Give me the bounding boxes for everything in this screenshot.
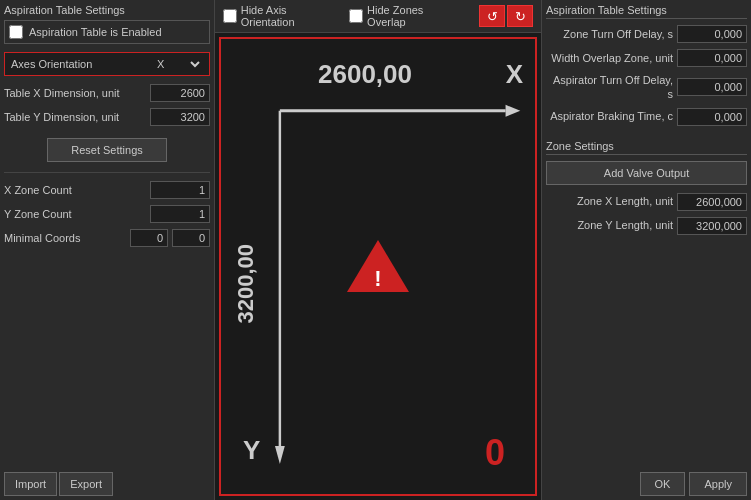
ok-button[interactable]: OK xyxy=(640,472,686,496)
zone-turn-off-label: Zone Turn Off Delay, s xyxy=(546,27,673,41)
zero-label: 0 xyxy=(485,432,505,474)
zone-turn-off-input[interactable] xyxy=(677,25,747,43)
table-x-input[interactable] xyxy=(150,84,210,102)
canvas-toolbar: Hide Axis Orientation Hide Zones Overlap… xyxy=(215,0,541,33)
minimal-coords-x-input[interactable] xyxy=(130,229,168,247)
bottom-bar-right: OK Apply xyxy=(546,468,747,496)
coord-y-display: 3200,00 xyxy=(233,244,259,324)
left-panel: Aspiration Table Settings Aspiration Tab… xyxy=(0,0,215,500)
aspirator-braking-label: Aspirator Braking Time, c xyxy=(546,109,673,123)
aspirator-braking-row: Aspirator Braking Time, c xyxy=(546,108,747,126)
svg-marker-3 xyxy=(275,446,285,464)
axes-orientation-label: Axes Orientation xyxy=(11,58,147,70)
coord-y-axis-label: Y xyxy=(243,435,260,466)
aspirator-braking-input[interactable] xyxy=(677,108,747,126)
hide-zones-row: Hide Zones Overlap xyxy=(349,4,463,28)
axes-orientation-select[interactable]: X Y xyxy=(153,57,203,71)
table-y-label: Table Y Dimension, unit xyxy=(4,110,146,124)
y-zone-row: Y Zone Count xyxy=(4,205,210,223)
minimal-coords-y-input[interactable] xyxy=(172,229,210,247)
zone-x-length-input[interactable] xyxy=(677,193,747,211)
add-valve-button[interactable]: Add Valve Output xyxy=(546,161,747,185)
hide-axis-label: Hide Axis Orientation xyxy=(241,4,342,28)
center-canvas: Hide Axis Orientation Hide Zones Overlap… xyxy=(215,0,541,500)
aspirator-turn-off-input[interactable] xyxy=(677,78,747,96)
svg-marker-1 xyxy=(506,105,521,117)
coord-x-display: 2600,00 xyxy=(318,59,412,90)
axes-orientation-row: Axes Orientation X Y xyxy=(4,52,210,76)
table-y-input[interactable] xyxy=(150,108,210,126)
export-button[interactable]: Export xyxy=(59,472,113,496)
hide-axis-checkbox[interactable] xyxy=(223,9,237,23)
right-panel: Aspiration Table Settings Zone Turn Off … xyxy=(541,0,751,500)
x-zone-label: X Zone Count xyxy=(4,183,146,197)
table-x-row: Table X Dimension, unit xyxy=(4,84,210,102)
coord-x-axis-label: X xyxy=(506,59,523,90)
enabled-checkbox[interactable] xyxy=(9,25,23,39)
zone-y-length-label: Zone Y Length, unit xyxy=(546,218,673,232)
zone-y-length-row: Zone Y Length, unit xyxy=(546,217,747,235)
apply-button[interactable]: Apply xyxy=(689,472,747,496)
width-overlap-row: Width Overlap Zone, unit xyxy=(546,49,747,67)
aspirator-turn-off-row: Aspirator Turn Off Delay, s xyxy=(546,73,747,102)
zone-x-length-label: Zone X Length, unit xyxy=(546,194,673,208)
redo-button[interactable]: ↻ xyxy=(507,5,533,27)
y-zone-input[interactable] xyxy=(150,205,210,223)
minimal-coords-label: Minimal Coords xyxy=(4,231,126,245)
zone-y-length-input[interactable] xyxy=(677,217,747,235)
zone-section: X Zone Count Y Zone Count Minimal Coords xyxy=(4,181,210,247)
x-zone-input[interactable] xyxy=(150,181,210,199)
enabled-label: Aspiration Table is Enabled xyxy=(29,26,162,38)
undo-redo-group: ↺ ↻ xyxy=(479,5,533,27)
svg-text:!: ! xyxy=(374,266,381,291)
reset-settings-button[interactable]: Reset Settings xyxy=(47,138,167,162)
width-overlap-input[interactable] xyxy=(677,49,747,67)
hide-zones-label: Hide Zones Overlap xyxy=(367,4,463,28)
x-zone-row: X Zone Count xyxy=(4,181,210,199)
bottom-bar-left: Import Export xyxy=(4,468,210,496)
warning-triangle: ! xyxy=(343,236,413,298)
table-x-label: Table X Dimension, unit xyxy=(4,86,146,100)
width-overlap-label: Width Overlap Zone, unit xyxy=(546,51,673,65)
enabled-checkbox-row: Aspiration Table is Enabled xyxy=(4,20,210,44)
zone-turn-off-row: Zone Turn Off Delay, s xyxy=(546,25,747,43)
left-section-title: Aspiration Table Settings xyxy=(4,4,210,16)
import-button[interactable]: Import xyxy=(4,472,57,496)
zone-settings-title: Zone Settings xyxy=(546,140,747,155)
canvas-inner: 2600,00 X 3200,00 Y ! 0 xyxy=(221,39,535,494)
table-y-row: Table Y Dimension, unit xyxy=(4,108,210,126)
hide-zones-checkbox[interactable] xyxy=(349,9,363,23)
undo-button[interactable]: ↺ xyxy=(479,5,505,27)
aspirator-turn-off-label: Aspirator Turn Off Delay, s xyxy=(546,73,673,102)
hide-axis-row: Hide Axis Orientation xyxy=(223,4,341,28)
zone-x-length-row: Zone X Length, unit xyxy=(546,193,747,211)
minimal-coords-row: Minimal Coords xyxy=(4,229,210,247)
right-section-title: Aspiration Table Settings xyxy=(546,4,747,19)
y-zone-label: Y Zone Count xyxy=(4,207,146,221)
divider-1 xyxy=(4,172,210,173)
canvas-area[interactable]: 2600,00 X 3200,00 Y ! 0 xyxy=(219,37,537,496)
